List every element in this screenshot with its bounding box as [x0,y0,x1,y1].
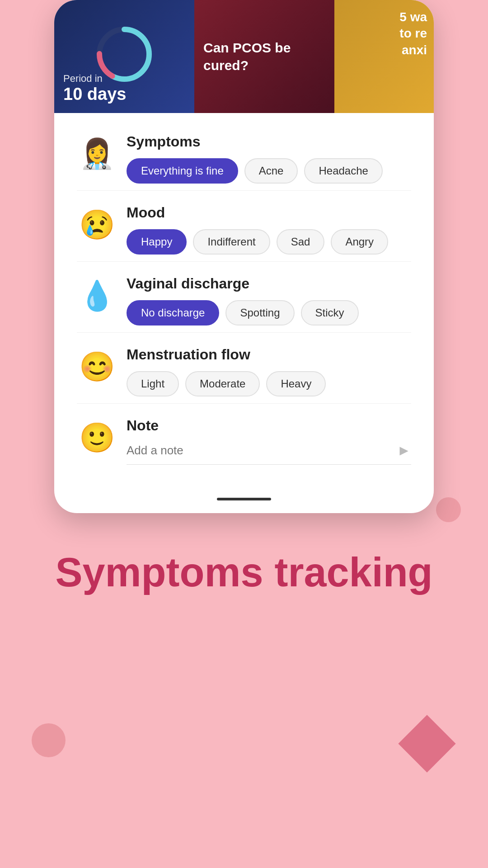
flow-content: Menstruation flow Light Moderate Heavy [127,346,411,396]
tag-no-discharge[interactable]: No discharge [127,300,219,326]
discharge-section: 💧 Vaginal discharge No discharge Spottin… [77,264,411,326]
symptoms-title: Symptoms [127,133,411,150]
note-input-area: ► [127,442,411,465]
pcos-card[interactable]: Can PCOS be cured? [194,0,334,113]
bg-decoration-circle-bottom [32,723,66,757]
tag-everything-fine[interactable]: Everything is fine [127,158,238,184]
note-content: Note ► [127,417,411,465]
period-card[interactable]: Period in 10 days [54,0,194,113]
note-title: Note [127,417,411,434]
tag-sad[interactable]: Sad [277,229,325,255]
mood-title: Mood [127,204,411,221]
mood-icon: 😢 [77,204,117,245]
flow-icon: 😊 [77,346,117,387]
flow-tags: Light Moderate Heavy [127,371,411,396]
flow-title: Menstruation flow [127,346,411,363]
bg-decoration-circle-top [436,497,461,522]
top-cards-row: Period in 10 days Can PCOS be cured? 5 w… [54,0,434,113]
period-text: Period in 10 days [63,73,126,104]
mood-content: Mood Happy Indifferent Sad Angry [127,204,411,255]
mood-section: 😢 Mood Happy Indifferent Sad Angry [77,193,411,255]
divider-4 [77,403,411,404]
tag-sticky[interactable]: Sticky [301,300,359,326]
bottom-bar [54,490,434,513]
symptoms-content: Symptoms Everything is fine Acne Headach… [127,133,411,184]
symptoms-tags: Everything is fine Acne Headache [127,158,411,184]
discharge-tags: No discharge Spotting Sticky [127,300,411,326]
period-days: 10 days [63,85,126,104]
bg-decoration-diamond [398,715,455,772]
marketing-title: Symptoms tracking [36,549,452,596]
content-area: 👩‍⚕️ Symptoms Everything is fine Acne He… [54,113,434,490]
tag-angry[interactable]: Angry [331,229,388,255]
discharge-content: Vaginal discharge No discharge Spotting … [127,275,411,326]
tag-heavy[interactable]: Heavy [266,371,326,396]
send-icon[interactable]: ► [397,442,411,459]
pcos-text: Can PCOS be cured? [203,39,325,74]
flow-section: 😊 Menstruation flow Light Moderate Heavy [77,335,411,396]
phone-card: Period in 10 days Can PCOS be cured? 5 w… [54,0,434,513]
tag-light[interactable]: Light [127,371,179,396]
tag-moderate[interactable]: Moderate [185,371,260,396]
anxiety-card[interactable]: 5 wato reanxi [334,0,434,113]
tag-acne[interactable]: Acne [244,158,298,184]
discharge-icon: 💧 [77,275,117,316]
symptoms-section: 👩‍⚕️ Symptoms Everything is fine Acne He… [77,122,411,184]
note-icon: 🙂 [77,417,117,458]
divider-1 [77,190,411,191]
home-indicator [217,498,271,500]
anxiety-text: 5 wato reanxi [399,9,427,58]
tag-headache[interactable]: Headache [304,158,382,184]
tag-indifferent[interactable]: Indifferent [193,229,270,255]
mood-tags: Happy Indifferent Sad Angry [127,229,411,255]
divider-2 [77,261,411,262]
tag-happy[interactable]: Happy [127,229,187,255]
note-input[interactable] [127,443,397,458]
divider-3 [77,332,411,333]
period-label: Period in [63,73,126,85]
symptoms-icon: 👩‍⚕️ [77,133,117,174]
marketing-section: Symptoms tracking [0,513,488,642]
note-section: 🙂 Note ► [77,406,411,465]
discharge-title: Vaginal discharge [127,275,411,292]
tag-spotting[interactable]: Spotting [225,300,294,326]
